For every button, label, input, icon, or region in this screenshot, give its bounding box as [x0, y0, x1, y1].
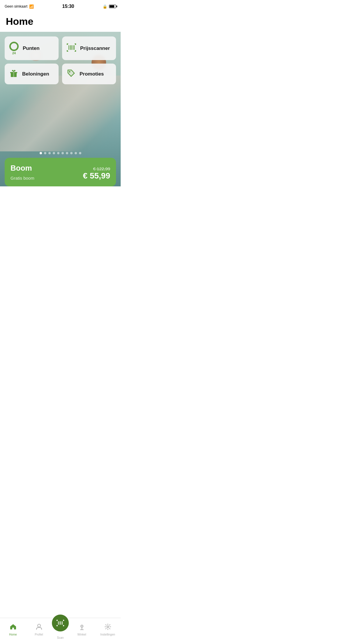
points-number: 24: [12, 52, 16, 55]
page-header: Home: [0, 13, 121, 32]
svg-rect-13: [74, 45, 75, 50]
promoties-label: Promoties: [80, 71, 104, 77]
prijsscanner-label: Prijsscanner: [80, 46, 110, 51]
promo-subtitle: Gratis boom: [10, 176, 34, 181]
beloningen-label: Beloningen: [22, 71, 49, 77]
dot-2[interactable]: [44, 152, 46, 154]
dot-5[interactable]: [57, 152, 59, 154]
dot-3[interactable]: [48, 152, 51, 154]
status-left: Geen simkaart 📶: [5, 4, 34, 9]
status-bar: Geen simkaart 📶 15:30 🔒: [0, 0, 121, 13]
promoties-card[interactable]: Promoties: [62, 64, 116, 84]
dot-7[interactable]: [66, 152, 68, 154]
time-display: 15:30: [62, 4, 74, 9]
promo-prices: € 122,99 € 55,99: [83, 166, 110, 181]
svg-point-19: [69, 71, 71, 73]
dot-4[interactable]: [53, 152, 55, 154]
wifi-icon: 📶: [29, 4, 34, 9]
dot-8[interactable]: [70, 152, 73, 154]
barcode-scanner-icon: [67, 43, 76, 53]
promo-original-price: € 122,99: [83, 166, 110, 171]
points-icon: 24: [9, 42, 19, 55]
promo-bottom: Gratis boom € 122,99 € 55,99: [10, 175, 110, 181]
svg-point-17: [12, 70, 13, 71]
svg-rect-8: [68, 45, 69, 50]
hero-section: 24 Punten: [0, 32, 121, 186]
page-title: Home: [6, 16, 115, 27]
svg-point-18: [14, 70, 15, 71]
beloningen-card[interactable]: Beloningen: [5, 64, 59, 84]
hero-towel-decor: [0, 76, 121, 151]
content-area: 24 Punten: [0, 32, 121, 210]
prijsscanner-card[interactable]: Prijsscanner: [62, 36, 116, 60]
lock-icon: 🔒: [103, 4, 107, 9]
punten-card[interactable]: 24 Punten: [5, 36, 59, 60]
svg-rect-12: [73, 45, 73, 50]
feature-cards-grid: 24 Punten: [5, 36, 116, 84]
carousel-dots: [0, 152, 121, 154]
promo-sale-price: € 55,99: [83, 171, 110, 181]
svg-rect-10: [71, 45, 71, 50]
svg-rect-5: [67, 50, 68, 52]
svg-rect-7: [75, 50, 76, 52]
punten-label: Punten: [23, 46, 40, 51]
points-circle: [9, 42, 19, 51]
svg-rect-1: [67, 43, 68, 45]
svg-rect-16: [13, 71, 14, 77]
dot-6[interactable]: [61, 152, 64, 154]
battery-icon: [109, 5, 116, 8]
carrier-text: Geen simkaart: [5, 4, 27, 8]
dot-9[interactable]: [75, 152, 77, 154]
dot-1[interactable]: [40, 152, 42, 154]
svg-rect-11: [72, 45, 72, 50]
svg-rect-9: [70, 45, 70, 50]
status-right: 🔒: [103, 4, 116, 9]
tag-icon: [67, 69, 75, 79]
gift-icon: [9, 69, 18, 79]
promo-card[interactable]: Boom Gratis boom € 122,99 € 55,99: [5, 158, 116, 186]
dot-10[interactable]: [79, 152, 81, 154]
svg-rect-3: [75, 43, 76, 45]
